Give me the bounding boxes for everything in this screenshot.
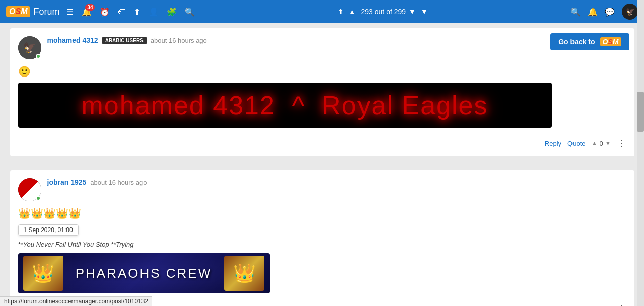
more-options-button-1[interactable]: ⋮ — [617, 139, 626, 148]
reply-button-1[interactable]: Reply — [545, 140, 561, 147]
upload-icon[interactable]: ⬆ — [134, 7, 140, 17]
post-footer-1: Reply Quote ▲ 0 ▼ ⋮ — [18, 135, 626, 148]
post-emoji-1: 🙂 — [18, 65, 626, 78]
nav-right-icons: 🔍 🔔 💬 🦅 — [570, 4, 638, 20]
pagination-display: 293 out of 299 ▼ — [361, 8, 416, 16]
go-back-button[interactable]: Go back to OSM — [550, 33, 629, 50]
trophy-icons: 👑👑👑👑👑 — [18, 207, 626, 219]
status-bar-url: https://forum.onlinesoccermanager.com/po… — [4, 298, 148, 305]
upvote-button-1[interactable]: ▲ — [591, 140, 597, 147]
alert-icon[interactable]: 🔔 — [588, 7, 598, 17]
pharaohs-crew-text: PHARAOHS CREW — [76, 266, 212, 281]
post-meta-row-2: jobran 1925 about 16 hours ago — [47, 178, 147, 186]
user-icon[interactable]: 👤 — [149, 7, 159, 17]
search-right-icon[interactable]: 🔍 — [570, 7, 581, 17]
chat-icon[interactable]: 💬 — [605, 7, 615, 17]
post-card-2: jobran 1925 about 16 hours ago 👑👑👑👑👑 1 S… — [10, 170, 634, 306]
status-bar: https://forum.onlinesoccermanager.com/po… — [0, 296, 152, 306]
post-username-1[interactable]: mohamed 4312 — [47, 36, 98, 44]
osm-logo[interactable]: OSM Forum — [6, 6, 59, 17]
main-content: Go back to OSM 🦅 mohamed 4312 ARABIC USE… — [5, 28, 639, 306]
post-header-2: jobran 1925 about 16 hours ago — [18, 178, 626, 201]
nav-jump-start-icon[interactable]: ⬆ — [338, 8, 344, 16]
nav-center: ⬆ ▲ 293 out of 299 ▼ ▼ — [202, 8, 563, 16]
post-banner-1: mohamed 4312 ^ Royal Eagles — [18, 83, 552, 128]
post-time-1: about 16 hours ago — [151, 37, 207, 44]
pharaohs-banner: 👑 PHARAOHS CREW 👑 — [18, 253, 270, 293]
post-card-1: 🦅 mohamed 4312 ARABIC USERS about 16 hou… — [10, 28, 634, 156]
go-back-label: Go back to — [558, 38, 595, 46]
post-header-1: 🦅 mohamed 4312 ARABIC USERS about 16 hou… — [18, 36, 626, 59]
pagination-dropdown-icon[interactable]: ▼ — [409, 8, 416, 16]
forum-label: Forum — [33, 7, 59, 17]
pharaoh-right-icon: 👑 — [233, 263, 256, 284]
nav-next-icon[interactable]: ▼ — [421, 8, 428, 16]
pharaoh-right-image: 👑 — [224, 256, 264, 291]
clock-icon[interactable]: ⏰ — [100, 7, 110, 17]
vote-area-1: ▲ 0 ▼ — [591, 140, 611, 147]
online-indicator-1 — [36, 54, 41, 59]
notification-bell-icon[interactable]: 🔔 34 — [82, 7, 92, 17]
post-italic-text: **You Never Fail Until You Stop **Trying — [18, 241, 626, 248]
post-time-2: about 16 hours ago — [90, 179, 147, 186]
post-meta-1: mohamed 4312 ARABIC USERS about 16 hours… — [47, 36, 207, 44]
scrollbar-thumb[interactable] — [637, 92, 644, 132]
online-indicator-2 — [36, 196, 41, 201]
downvote-button-1[interactable]: ▼ — [605, 140, 611, 147]
hamburger-icon[interactable]: ☰ — [66, 7, 74, 17]
quote-button-1[interactable]: Quote — [567, 140, 585, 147]
post-avatar-2 — [18, 178, 41, 201]
post-username-2[interactable]: jobran 1925 — [47, 178, 87, 186]
puzzle-icon[interactable]: 🧩 — [167, 7, 177, 17]
arabic-users-badge: ARABIC USERS — [102, 37, 147, 44]
notification-count: 34 — [85, 4, 95, 11]
scrollbar-track — [637, 0, 644, 306]
osm-logo-badge: OSM — [6, 6, 30, 17]
date-tooltip: 1 Sep 2020, 01:00 — [18, 224, 79, 236]
post-separator — [10, 161, 634, 165]
post-meta-row-1: mohamed 4312 ARABIC USERS about 16 hours… — [47, 36, 207, 44]
nav-icons-left: ☰ 🔔 34 ⏰ 🏷 ⬆ 👤 🧩 🔍 — [66, 7, 195, 17]
navbar: OSM Forum ☰ 🔔 34 ⏰ 🏷 ⬆ 👤 🧩 🔍 ⬆ ▲ 293 out… — [0, 0, 644, 23]
go-back-osm-badge: OSM — [600, 37, 621, 46]
search-icon[interactable]: 🔍 — [185, 7, 195, 17]
pharaoh-left-icon: 👑 — [32, 263, 54, 284]
nav-prev-icon[interactable]: ▲ — [349, 8, 356, 16]
pharaoh-left-image: 👑 — [23, 256, 63, 291]
banner-text-1: mohamed 4312 ^ Royal Eagles — [82, 90, 488, 120]
tag-icon[interactable]: 🏷 — [118, 7, 126, 16]
vote-count-1: 0 — [599, 140, 603, 147]
post-meta-2: jobran 1925 about 16 hours ago — [47, 178, 147, 186]
user-avatar-nav[interactable]: 🦅 — [622, 4, 638, 20]
pagination-text: 293 out of 299 — [361, 8, 406, 16]
post-avatar-1: 🦅 — [18, 36, 41, 59]
